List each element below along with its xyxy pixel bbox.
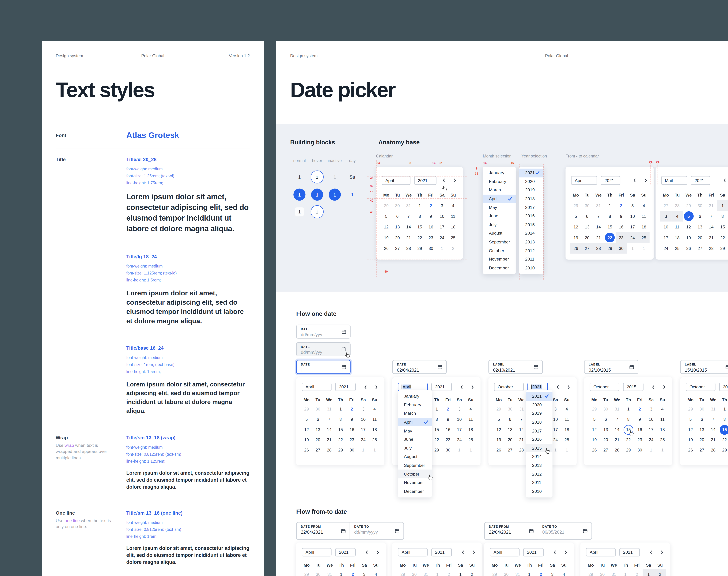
day-cell[interactable]: 30 — [597, 569, 608, 576]
option-item[interactable]: December — [483, 264, 516, 272]
day-cell[interactable]: 29 — [493, 404, 504, 414]
date-input-hover[interactable]: DATEdd/mm/yyy — [296, 342, 351, 356]
day-cell[interactable]: 22 — [335, 435, 346, 445]
option-item[interactable]: May — [398, 427, 432, 435]
year-select[interactable]: 2015 — [623, 383, 643, 391]
day-cell[interactable]: 29 — [589, 404, 600, 414]
day-cell[interactable]: 5 — [301, 414, 312, 425]
day-cell[interactable]: 28 — [516, 445, 527, 455]
day-cell[interactable]: 15 — [431, 425, 442, 435]
option-item[interactable]: April — [398, 418, 432, 427]
day-cell[interactable]: 31 — [608, 569, 619, 576]
day-cell[interactable]: 25 — [657, 435, 668, 445]
day-cell[interactable]: 8 — [719, 414, 728, 425]
day-cell[interactable]: 11 — [465, 414, 476, 425]
day-cell[interactable]: 15 — [623, 425, 634, 435]
option-item[interactable]: 2013 — [526, 461, 553, 470]
prev-month-button[interactable] — [648, 549, 654, 555]
year-select[interactable]: 2021 — [523, 548, 544, 556]
day-cell[interactable]: 30 — [312, 404, 324, 414]
day-cell[interactable]: 30 — [600, 404, 611, 414]
option-item[interactable]: 2019 — [526, 409, 553, 418]
day-cell[interactable]: 1 — [619, 569, 631, 576]
option-item[interactable]: July — [398, 444, 432, 453]
day-cell[interactable]: 1 — [335, 569, 347, 576]
option-item[interactable]: February — [398, 401, 432, 409]
day-cell[interactable]: 29 — [397, 569, 408, 576]
date-input-label-filled[interactable]: LABEL15/10/2015 — [680, 360, 728, 374]
option-item[interactable]: 2010 — [519, 264, 543, 272]
date-input-label-filled[interactable]: LABEL02/10/2021 — [488, 360, 543, 374]
day-cell[interactable]: 20 — [312, 435, 324, 445]
day-cell[interactable]: 28 — [611, 445, 623, 455]
day-cell[interactable]: 5 — [685, 414, 696, 425]
day-cell[interactable]: 1 — [432, 569, 443, 576]
option-item[interactable]: 2021 — [526, 392, 553, 401]
day-cell[interactable]: 30 — [504, 404, 516, 414]
date-input-normal[interactable]: DATEdd/mm/yyy — [296, 325, 351, 339]
prev-month-button[interactable] — [650, 384, 657, 390]
year-select[interactable]: 2021 — [335, 383, 356, 391]
month-select[interactable]: April — [398, 383, 427, 391]
option-item[interactable]: June — [398, 435, 432, 444]
day-cell[interactable]: 18 — [657, 425, 668, 435]
option-item[interactable]: 2012 — [526, 470, 553, 479]
option-item[interactable]: December — [398, 487, 432, 496]
option-item[interactable]: 2012 — [519, 246, 543, 255]
day-cell[interactable]: 14 — [611, 425, 623, 435]
option-item[interactable]: October — [398, 470, 432, 479]
day-cell[interactable]: 8 — [623, 414, 634, 425]
option-item[interactable]: March — [483, 186, 516, 195]
day-cell[interactable]: 27 — [696, 445, 707, 455]
day-cell[interactable]: 7 — [516, 414, 527, 425]
day-cell[interactable]: 29 — [301, 404, 312, 414]
option-item[interactable]: 2015 — [519, 221, 543, 229]
option-item[interactable]: 2016 — [519, 212, 543, 221]
next-month-button[interactable] — [563, 549, 569, 555]
option-item[interactable]: 2017 — [526, 427, 553, 435]
month-select[interactable]: April — [302, 383, 331, 391]
prev-month-button[interactable] — [460, 549, 466, 555]
day-cell[interactable]: 12 — [493, 425, 504, 435]
day-cell[interactable]: 1 — [561, 445, 573, 455]
day-cell[interactable]: 1 — [657, 445, 668, 455]
option-item[interactable]: 2021 — [519, 169, 543, 177]
calendar-icon[interactable] — [534, 364, 539, 370]
day-cell[interactable]: 3 — [645, 404, 657, 414]
day-cell[interactable]: 13 — [696, 425, 707, 435]
day-cell[interactable]: 10 — [358, 414, 369, 425]
day-cell[interactable]: 30 — [312, 569, 324, 576]
day-cell[interactable]: 29 — [623, 445, 634, 455]
day-cell[interactable]: 19 — [589, 435, 600, 445]
option-item[interactable]: 2014 — [519, 229, 543, 238]
calendar-icon[interactable] — [341, 329, 346, 335]
next-month-button[interactable] — [375, 549, 381, 555]
day-cell[interactable]: 28 — [324, 445, 335, 455]
option-item[interactable]: March — [398, 409, 432, 418]
day-cell[interactable]: 26 — [589, 445, 600, 455]
day-cell[interactable]: 19 — [493, 435, 504, 445]
day-cell[interactable]: 22 — [623, 435, 634, 445]
day-cell[interactable]: 9 — [346, 414, 358, 425]
day-cell[interactable]: 21 — [707, 435, 719, 445]
day-cell[interactable]: 6 — [696, 414, 707, 425]
calendar-icon[interactable] — [725, 364, 728, 370]
day-cell[interactable]: 16 — [346, 425, 358, 435]
day-cell[interactable]: 17 — [358, 425, 369, 435]
day-cell[interactable]: 29 — [335, 445, 346, 455]
day-cell[interactable]: 24 — [645, 435, 657, 445]
day-cell[interactable]: 23 — [634, 435, 645, 445]
option-item[interactable]: November — [398, 478, 432, 487]
day-cell[interactable]: 9 — [634, 414, 645, 425]
day-cell[interactable]: 24 — [454, 435, 465, 445]
day-cell[interactable]: 15 — [719, 425, 728, 435]
day-cell[interactable]: 16 — [442, 425, 454, 435]
day-cell[interactable]: 10 — [645, 414, 657, 425]
option-item[interactable]: 2011 — [526, 478, 553, 487]
day-cell[interactable]: 1 — [523, 569, 535, 576]
day-cell[interactable]: 13 — [312, 425, 324, 435]
year-select[interactable]: 2021 — [431, 383, 452, 391]
day-cell[interactable]: 1 — [465, 445, 476, 455]
day-cell[interactable]: 12 — [301, 425, 312, 435]
day-cell[interactable]: 2 — [634, 404, 645, 414]
